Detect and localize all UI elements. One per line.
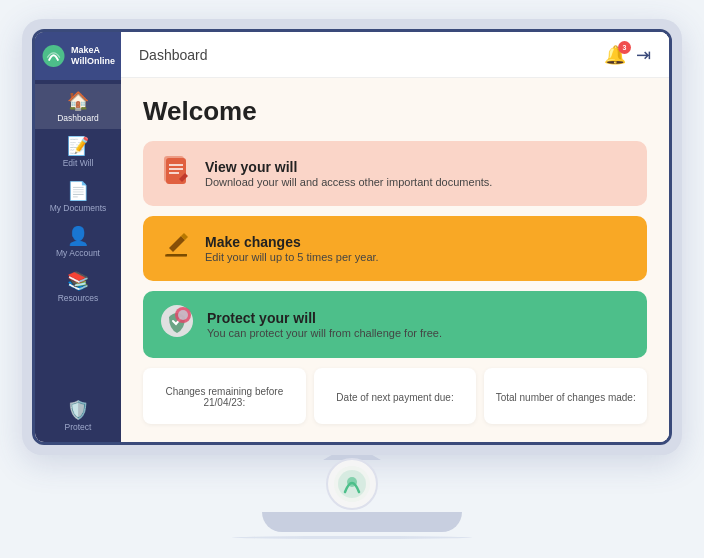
main-content: Dashboard 🔔 3 ⇥ Wel bbox=[121, 32, 669, 442]
sidebar-item-dashboard[interactable]: 🏠 Dashboard bbox=[35, 84, 121, 129]
monitor-stand-logo bbox=[326, 458, 378, 510]
sidebar-item-label-dashboard: Dashboard bbox=[57, 113, 99, 123]
stat-next-payment: Date of next payment due: bbox=[314, 368, 477, 424]
monitor-wrapper: MakeAWillOnline 🏠 Dashboard 📝 Edit Will bbox=[22, 19, 682, 539]
monitor-stand-base-area bbox=[262, 460, 442, 532]
svg-rect-6 bbox=[165, 254, 187, 257]
sidebar-item-my-documents[interactable]: 📄 My Documents bbox=[35, 174, 121, 219]
protect-will-text: Protect your will You can protect your w… bbox=[207, 310, 442, 339]
sidebar-item-label-edit-will: Edit Will bbox=[63, 158, 94, 168]
notification-badge: 3 bbox=[618, 41, 631, 54]
view-will-text: View your will Download your will and ac… bbox=[205, 159, 492, 188]
logo-text: MakeAWillOnline bbox=[71, 45, 115, 67]
monitor-outer: MakeAWillOnline 🏠 Dashboard 📝 Edit Will bbox=[22, 19, 682, 455]
resources-icon: 📚 bbox=[67, 272, 89, 290]
make-changes-title: Make changes bbox=[205, 234, 379, 250]
monitor-stand-foot bbox=[262, 512, 462, 532]
logout-icon: ⇥ bbox=[636, 45, 651, 65]
stat-next-payment-label: Date of next payment due: bbox=[336, 392, 453, 403]
make-changes-card[interactable]: Make changes Edit your will up to 5 time… bbox=[143, 216, 647, 281]
protect-will-card[interactable]: Protect your will You can protect your w… bbox=[143, 291, 647, 358]
make-changes-icon bbox=[159, 228, 193, 269]
sidebar-item-my-account[interactable]: 👤 My Account bbox=[35, 219, 121, 264]
sidebar-nav: 🏠 Dashboard 📝 Edit Will 📄 My Documents bbox=[35, 80, 121, 442]
topbar-actions: 🔔 3 ⇥ bbox=[604, 44, 651, 66]
make-changes-text: Make changes Edit your will up to 5 time… bbox=[205, 234, 379, 263]
topbar: Dashboard 🔔 3 ⇥ bbox=[121, 32, 669, 78]
view-will-card[interactable]: View your will Download your will and ac… bbox=[143, 141, 647, 206]
logo-icon bbox=[41, 42, 66, 70]
sidebar-item-label-my-documents: My Documents bbox=[50, 203, 107, 213]
stat-changes-remaining: Changes remaining before 21/04/23: bbox=[143, 368, 306, 424]
sidebar-item-label-protect: Protect bbox=[65, 422, 92, 432]
monitor-frame: MakeAWillOnline 🏠 Dashboard 📝 Edit Will bbox=[32, 29, 672, 445]
sidebar-item-protect[interactable]: 🛡️ Protect bbox=[35, 393, 121, 442]
svg-point-12 bbox=[347, 477, 357, 487]
stat-total-changes-label: Total number of changes made: bbox=[496, 392, 636, 403]
topbar-title: Dashboard bbox=[139, 47, 208, 63]
edit-will-icon: 📝 bbox=[67, 137, 89, 155]
sidebar-item-label-resources: Resources bbox=[58, 293, 99, 303]
protect-will-desc: You can protect your will from challenge… bbox=[207, 327, 442, 339]
svg-point-9 bbox=[178, 310, 188, 320]
logout-button[interactable]: ⇥ bbox=[636, 44, 651, 66]
stats-row: Changes remaining before 21/04/23: Date … bbox=[143, 368, 647, 424]
sidebar-item-edit-will[interactable]: 📝 Edit Will bbox=[35, 129, 121, 174]
my-account-icon: 👤 bbox=[67, 227, 89, 245]
protect-icon: 🛡️ bbox=[67, 401, 89, 419]
stat-total-changes: Total number of changes made: bbox=[484, 368, 647, 424]
page-title: Welcome bbox=[143, 96, 647, 127]
dashboard-icon: 🏠 bbox=[67, 92, 89, 110]
page-body: Welcome bbox=[121, 78, 669, 442]
make-changes-desc: Edit your will up to 5 times per year. bbox=[205, 251, 379, 263]
notification-button[interactable]: 🔔 3 bbox=[604, 44, 626, 66]
sidebar-item-resources[interactable]: 📚 Resources bbox=[35, 264, 121, 309]
sidebar: MakeAWillOnline 🏠 Dashboard 📝 Edit Will bbox=[35, 32, 121, 442]
protect-will-icon bbox=[159, 303, 195, 346]
view-will-title: View your will bbox=[205, 159, 492, 175]
view-will-icon bbox=[159, 153, 193, 194]
stat-changes-remaining-label: Changes remaining before 21/04/23: bbox=[153, 386, 296, 408]
protect-will-title: Protect your will bbox=[207, 310, 442, 326]
sidebar-item-label-my-account: My Account bbox=[56, 248, 100, 258]
view-will-desc: Download your will and access other impo… bbox=[205, 176, 492, 188]
monitor-shadow bbox=[232, 536, 472, 539]
my-documents-icon: 📄 bbox=[67, 182, 89, 200]
sidebar-logo: MakeAWillOnline bbox=[35, 32, 121, 80]
